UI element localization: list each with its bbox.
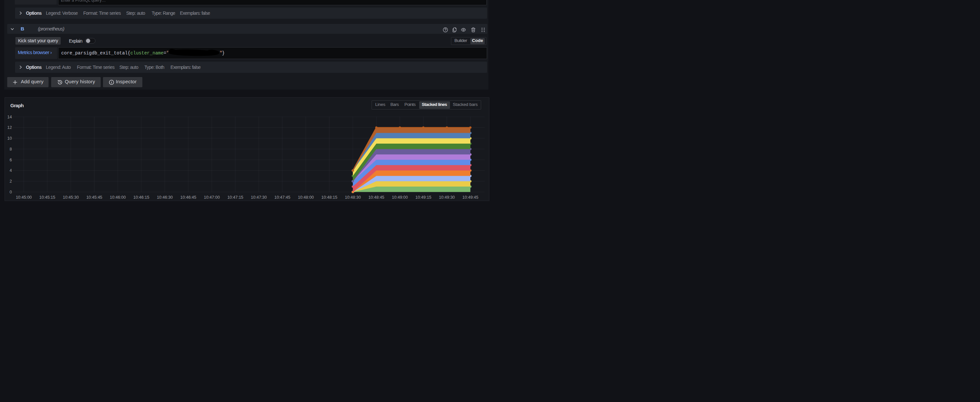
svg-text:2: 2	[10, 179, 12, 184]
svg-text:10:48:30: 10:48:30	[345, 195, 361, 200]
svg-text:10:48:00: 10:48:00	[298, 195, 314, 200]
svg-text:10:45:30: 10:45:30	[63, 195, 79, 200]
svg-text:8: 8	[10, 146, 12, 151]
svg-text:10:47:15: 10:47:15	[227, 195, 243, 200]
svg-text:12: 12	[7, 125, 12, 130]
svg-text:0: 0	[10, 189, 12, 194]
svg-text:10:46:30: 10:46:30	[157, 195, 173, 200]
svg-text:10:46:15: 10:46:15	[133, 195, 149, 200]
svg-text:10:48:45: 10:48:45	[368, 195, 384, 200]
svg-text:10:46:45: 10:46:45	[180, 195, 196, 200]
svg-text:10:45:15: 10:45:15	[39, 195, 56, 200]
svg-text:10:49:45: 10:49:45	[463, 195, 479, 200]
svg-text:10:47:00: 10:47:00	[204, 195, 220, 200]
svg-text:6: 6	[10, 157, 12, 162]
svg-text:14: 14	[7, 114, 12, 119]
svg-text:10:47:45: 10:47:45	[274, 195, 290, 200]
svg-text:10:48:15: 10:48:15	[321, 195, 337, 200]
svg-text:10:49:15: 10:49:15	[415, 195, 431, 200]
svg-text:10:49:30: 10:49:30	[439, 195, 455, 200]
svg-text:10:45:45: 10:45:45	[86, 195, 102, 200]
svg-text:4: 4	[10, 168, 12, 173]
svg-text:10: 10	[7, 136, 12, 141]
svg-text:10:47:30: 10:47:30	[251, 195, 267, 200]
svg-text:10:45:00: 10:45:00	[16, 195, 32, 200]
svg-text:10:46:00: 10:46:00	[110, 195, 126, 200]
svg-text:10:49:00: 10:49:00	[392, 195, 408, 200]
